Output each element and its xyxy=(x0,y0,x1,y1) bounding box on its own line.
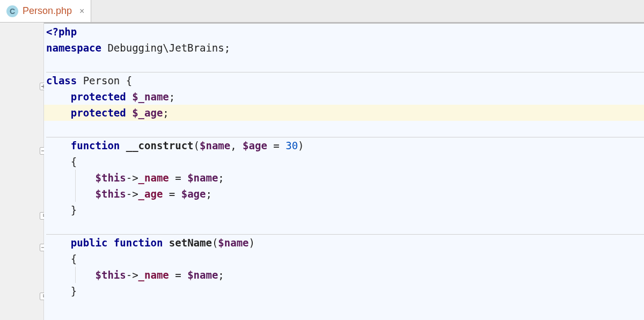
editor-container: <?php namespace Debugging\JetBrains; cla… xyxy=(0,23,644,320)
code-line xyxy=(44,121,644,137)
tab-filename: Person.php xyxy=(23,5,72,17)
code-line: { xyxy=(44,251,644,267)
code-line: protected $_name; xyxy=(44,89,644,105)
file-type-icon: C xyxy=(6,5,18,17)
code-line: namespace Debugging\JetBrains; xyxy=(44,40,644,56)
editor-gutter[interactable] xyxy=(0,23,44,320)
code-line: } xyxy=(44,202,644,218)
code-line-current: protected $_age; xyxy=(44,105,644,121)
close-icon[interactable]: × xyxy=(79,6,84,16)
tab-bar: C Person.php × xyxy=(0,0,644,23)
code-line: $this->_age = $age; xyxy=(44,186,644,202)
file-tab[interactable]: C Person.php × xyxy=(0,0,91,22)
code-line: function __construct($name, $age = 30) xyxy=(44,137,644,154)
code-line: class Person { xyxy=(44,72,644,89)
code-line: <?php xyxy=(44,24,644,40)
code-line: $this->_name = $name; xyxy=(44,267,644,283)
code-line: public function setName($name) xyxy=(44,235,644,251)
code-line xyxy=(44,56,644,72)
code-line: $this->_name = $name; xyxy=(44,170,644,186)
code-line xyxy=(44,218,644,234)
code-line: } xyxy=(44,283,644,299)
code-editor[interactable]: <?php namespace Debugging\JetBrains; cla… xyxy=(44,23,644,320)
code-line: { xyxy=(44,154,644,170)
